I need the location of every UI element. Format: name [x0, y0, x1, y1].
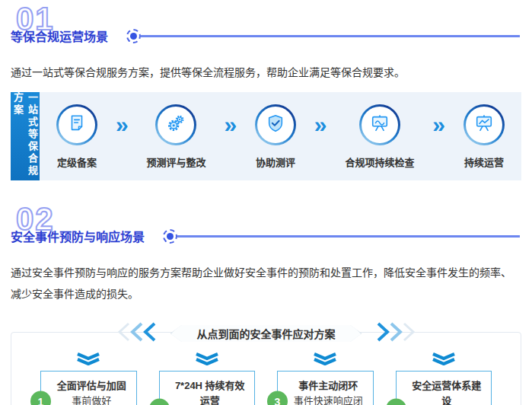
plan-card: 3 事件主动闭环 事件快速响应闭环 [277, 371, 374, 405]
section-title: 等保合规运营场景 [11, 27, 108, 45]
heading-decoration [163, 229, 520, 244]
plan-item-closure: 3 事件主动闭环 事件快速响应闭环 [277, 352, 374, 405]
flow-step-evaluation: 协助测评 [255, 104, 296, 169]
plan-card-title: 全面评估与加固 [53, 378, 130, 394]
plan-card-title: 安全运营体系建设 [409, 378, 486, 405]
chevron-right-icon: » [116, 113, 129, 159]
compliance-flow: 一站式等保合规方案 定级备案 » [11, 92, 521, 180]
double-chevron-down-icon [75, 352, 102, 368]
double-chevron-down-icon [193, 352, 221, 368]
plan-header: 从点到面的安全事件应对方案 [11, 322, 521, 345]
plan-item-operation: 2 7*24H 持续有效运营 建立持续监测和 快速响应机制 [159, 352, 256, 405]
plan-card: 1 全面评估与加固 事前做好 隐患排查和预防 [40, 371, 137, 405]
section-compliance: 01 等保合规运营场景 通过一站式等保合规服务方案，提供等保全流程服务，帮助企业… [11, 3, 521, 180]
step-number-badge: 3 [267, 391, 288, 405]
plan-card-title: 7*24H 持续有效运营 [172, 378, 249, 405]
deco-ring-icon [126, 29, 141, 43]
section-title: 安全事件预防与响应场景 [11, 227, 145, 245]
plan-item-system: 4 安全运营体系建设 全面提高安全水平 [396, 352, 492, 405]
plan-card: 4 安全运营体系建设 全面提高安全水平 [396, 371, 492, 405]
plan-header-title: 从点到面的安全事件应对方案 [171, 323, 362, 346]
chevron-right-icon: » [432, 113, 445, 159]
plan-item-assess: 1 全面评估与加固 事前做好 隐患排查和预防 [40, 352, 137, 405]
section-header: 等保合规运营场景 [11, 27, 521, 45]
flow-step-compliance-check: 合规项持续检查 [345, 104, 414, 169]
step-number-badge: 2 [149, 399, 170, 405]
deco-line [177, 235, 520, 238]
plan-card-line: 事前做好 [53, 394, 130, 405]
flow-step-label: 持续运营 [464, 155, 504, 169]
flow-step-filing: 定级备案 [56, 104, 97, 169]
deco-dot-icon [130, 33, 137, 40]
chevrons-right-icon [373, 322, 417, 345]
flow-step-assess: 预测评与整改 [146, 104, 205, 169]
plan-card-line: 事件快速响应闭环 [290, 394, 367, 405]
section-header: 安全事件预防与响应场景 [11, 227, 521, 245]
incident-plan-box: 从点到面的安全事件应对方案 1 [11, 332, 521, 405]
chart-board-wave-icon [370, 113, 390, 136]
plan-card-title: 事件主动闭环 [290, 378, 367, 394]
step-number-badge: 1 [30, 391, 51, 405]
plan-card: 2 7*24H 持续有效运营 建立持续监测和 快速响应机制 [159, 371, 256, 405]
document-icon [67, 113, 87, 136]
flow-steps: 定级备案 » 预测评与整改 [40, 92, 521, 180]
chevrons-left-icon [116, 322, 160, 345]
shield-check-icon [266, 113, 285, 136]
chevron-right-icon: » [314, 113, 327, 159]
section-description: 通过安全事件预防与响应的服务方案帮助企业做好安全事件的预防和处置工作，降低安全事… [11, 263, 521, 305]
heading-decoration [126, 29, 520, 43]
flow-step-label: 定级备案 [57, 155, 97, 169]
step-number-badge: 4 [386, 399, 406, 405]
flow-step-operation: 持续运营 [464, 104, 505, 169]
gears-icon [166, 113, 186, 136]
plan-header-badge: 从点到面的安全事件应对方案 [170, 325, 362, 342]
plan-columns: 1 全面评估与加固 事前做好 隐患排查和预防 2 7*24H 持续有效运营 建立… [40, 352, 492, 405]
flow-step-label: 预测评与整改 [146, 155, 205, 169]
deco-line [141, 35, 520, 37]
deco-dot-icon [167, 233, 174, 240]
flow-step-label: 合规项持续检查 [345, 155, 414, 169]
section-incident: 02 安全事件预防与响应场景 通过安全事件预防与响应的服务方案帮助企业做好安全事… [11, 203, 521, 405]
double-chevron-down-icon [430, 352, 457, 368]
flow-step-label: 协助测评 [256, 155, 295, 169]
deco-ring-icon [163, 229, 177, 244]
flow-side-label: 一站式等保合规方案 [11, 92, 40, 180]
chart-board-line-icon [474, 113, 494, 136]
chevron-right-icon: » [224, 113, 237, 159]
double-chevron-down-icon [311, 352, 339, 368]
section-description: 通过一站式等保合规服务方案，提供等保全流程服务，帮助企业满足等保合规要求。 [11, 62, 521, 83]
